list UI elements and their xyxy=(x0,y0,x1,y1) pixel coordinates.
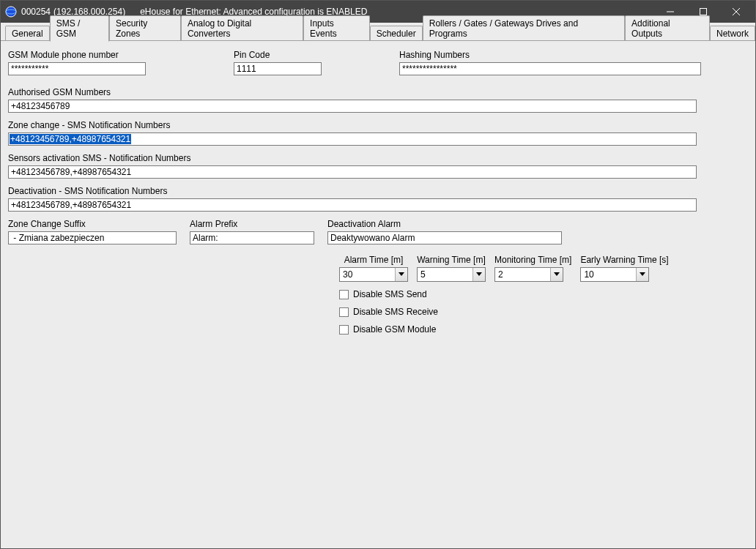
close-button[interactable] xyxy=(719,1,752,23)
early-warning-dropdown-btn[interactable] xyxy=(636,268,648,281)
disable-sms-send-checkbox[interactable] xyxy=(339,290,349,299)
chevron-down-icon xyxy=(554,272,560,277)
disable-gsm-module-checkbox[interactable] xyxy=(339,325,349,335)
zone-change-nums-input[interactable]: +48123456789,+48987654321 xyxy=(8,132,697,146)
tab-adc[interactable]: Analog to Digital Converters xyxy=(181,15,303,41)
authorised-input[interactable] xyxy=(8,100,697,113)
tab-network[interactable]: Network xyxy=(710,26,755,41)
tab-additional-outputs[interactable]: Additional Outputs xyxy=(625,15,710,41)
chevron-down-icon xyxy=(640,272,645,277)
minimize-icon xyxy=(667,8,674,15)
warning-time-dropdown-btn[interactable] xyxy=(472,268,485,281)
authorised-label: Authorised GSM Numbers xyxy=(8,87,748,97)
zone-suffix-input[interactable] xyxy=(8,231,177,244)
sensors-nums-label: Sensors activation SMS - Notification Nu… xyxy=(8,153,748,163)
close-icon xyxy=(733,8,740,15)
tab-content: GSM Module phone number Pin Code Hashing… xyxy=(1,40,755,548)
deact-alarm-label: Deactivation Alarm xyxy=(327,219,562,229)
svg-point-0 xyxy=(6,7,16,17)
gsm-phone-label: GSM Module phone number xyxy=(8,50,146,60)
deact-alarm-input[interactable] xyxy=(327,231,562,244)
sensors-nums-input[interactable] xyxy=(8,165,697,179)
hashing-label: Hashing Numbers xyxy=(399,50,701,60)
svg-marker-8 xyxy=(554,272,560,276)
app-window: 000254 (192.168.000.254) eHouse for Ethe… xyxy=(0,0,756,549)
pin-label: Pin Code xyxy=(234,50,322,60)
svg-rect-3 xyxy=(700,9,706,15)
tab-sms-gsm[interactable]: SMS / GSM xyxy=(50,15,109,42)
tab-rollers[interactable]: Rollers / Gates / Gateways Drives and Pr… xyxy=(423,15,625,41)
monitoring-time-dropdown-btn[interactable] xyxy=(550,268,563,281)
early-warning-label: Early Warning Time [s] xyxy=(580,255,668,265)
chevron-down-icon xyxy=(399,272,404,277)
deact-nums-input[interactable] xyxy=(8,198,697,212)
warning-time-value: 5 xyxy=(418,269,472,280)
deact-nums-label: Deactivation - SMS Notification Numbers xyxy=(8,186,748,196)
hashing-input[interactable] xyxy=(399,62,701,75)
app-icon xyxy=(5,6,17,18)
monitoring-time-dropdown[interactable]: 2 xyxy=(494,267,563,282)
alarm-prefix-label: Alarm Prefix xyxy=(190,219,314,229)
zone-suffix-label: Zone Change Suffix xyxy=(8,219,177,229)
zone-change-nums-label: Zone change - SMS Notification Numbers xyxy=(8,120,748,130)
tab-scheduler[interactable]: Scheduler xyxy=(370,26,423,41)
monitoring-time-label: Monitoring Time [m] xyxy=(494,255,571,265)
pin-input[interactable] xyxy=(234,62,322,75)
alarm-time-dropdown-btn[interactable] xyxy=(395,268,407,281)
tab-security-zones[interactable]: Security Zones xyxy=(109,15,181,41)
chevron-down-icon xyxy=(476,272,482,277)
zone-change-nums-value: +48123456789,+48987654321 xyxy=(10,134,131,144)
alarm-prefix-input[interactable] xyxy=(190,231,314,244)
alarm-time-label: Alarm Time [m] xyxy=(339,255,408,265)
warning-time-dropdown[interactable]: 5 xyxy=(417,267,486,282)
disable-gsm-module-label: Disable GSM Module xyxy=(353,324,436,335)
disable-sms-receive-label: Disable SMS Receive xyxy=(353,307,438,317)
svg-marker-9 xyxy=(640,272,645,276)
svg-marker-6 xyxy=(399,272,404,276)
disable-sms-receive-checkbox[interactable] xyxy=(339,307,349,317)
early-warning-dropdown[interactable]: 10 xyxy=(580,267,649,282)
early-warning-value: 10 xyxy=(581,269,636,280)
maximize-icon xyxy=(700,8,707,15)
title-device-id: 000254 xyxy=(21,7,51,17)
tab-inputs-events[interactable]: Inputs Events xyxy=(303,15,370,41)
tab-general[interactable]: General xyxy=(5,26,50,41)
alarm-time-value: 30 xyxy=(340,269,395,280)
alarm-time-dropdown[interactable]: 30 xyxy=(339,267,408,282)
monitoring-time-value: 2 xyxy=(495,269,550,280)
warning-time-label: Warning Time [m] xyxy=(417,255,486,265)
gsm-phone-input[interactable] xyxy=(8,62,146,75)
disable-sms-send-label: Disable SMS Send xyxy=(353,289,427,299)
tabbar: General SMS / GSM Security Zones Analog … xyxy=(1,24,755,42)
svg-marker-7 xyxy=(476,272,482,276)
